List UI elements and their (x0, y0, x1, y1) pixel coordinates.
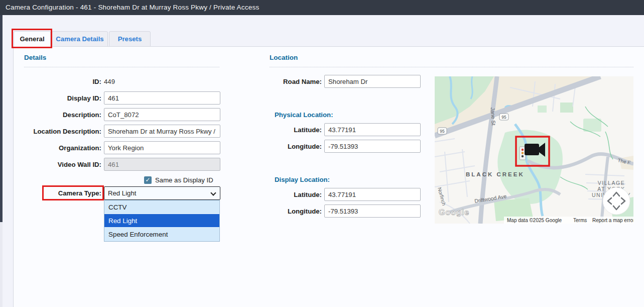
physical-longitude-label: Longitude: (266, 143, 322, 150)
same-as-display-id-checkbox[interactable]: ✓ (144, 176, 152, 184)
physical-latitude-label: Latitude: (266, 126, 322, 134)
id-label: ID: (14, 78, 101, 85)
location-description-input[interactable] (104, 125, 220, 138)
location-description-label: Location Description: (14, 128, 101, 135)
window-titlebar: Camera Configuration - 461 - Shoreham Dr… (0, 0, 644, 15)
video-wall-id-input (104, 158, 220, 171)
map-data-attribution: Map data ©2025 Google (507, 218, 562, 223)
map-green-patch-1 (560, 103, 573, 113)
svg-text:95: 95 (440, 129, 445, 134)
road-name-input[interactable] (324, 75, 421, 88)
location-map[interactable]: 95 95 Jane St Driftwood Ave Norfinch The… (435, 76, 633, 224)
id-row: ID: 449 (14, 75, 221, 88)
camera-type-selected-value: Red Light (108, 187, 136, 199)
camera-type-dropdown-list: CCTV Red Light Speed Enforcement (104, 200, 220, 242)
map-canvas: 95 95 Jane St Driftwood Ave Norfinch The… (435, 76, 633, 224)
description-input[interactable] (104, 108, 220, 121)
route-shield-1: 95 (499, 114, 508, 120)
organization-label: Organization: (14, 144, 101, 152)
google-logo: Google (439, 208, 469, 217)
route-shield-2: 95 (438, 128, 447, 134)
map-green-patch-3 (538, 106, 547, 113)
video-wall-id-label: Video Wall ID: (14, 161, 101, 168)
map-green-patch-2 (583, 119, 601, 132)
tab-presets-label: Presets (118, 35, 142, 43)
display-longitude-label: Longitude: (266, 208, 322, 215)
tab-general[interactable]: General (14, 31, 51, 47)
dropdown-option-speed-enforcement[interactable]: Speed Enforcement (104, 228, 219, 241)
map-pan-control[interactable] (603, 187, 630, 215)
svg-text:VILLAGE: VILLAGE (598, 180, 625, 186)
camera-type-select[interactable]: Red Light (104, 186, 220, 200)
display-latitude-row: Latitude: (266, 188, 432, 201)
camera-type-label: Camera Type: (14, 189, 101, 197)
physical-location-heading: Physical Location: (275, 111, 333, 119)
details-separator (24, 67, 219, 67)
tab-presets[interactable]: Presets (109, 31, 151, 47)
left-scrollbar-thumb[interactable] (0, 15, 3, 222)
display-location-heading: Display Location: (275, 176, 330, 183)
chevron-down-icon (210, 190, 216, 195)
camera-configuration-window: Camera Configuration - 461 - Shoreham Dr… (0, 0, 644, 307)
physical-latitude-row: Latitude: (266, 123, 432, 136)
organization-row: Organization: (14, 141, 221, 154)
tab-camera-details-label: Camera Details (56, 35, 103, 43)
physical-longitude-row: Longitude: (266, 140, 432, 153)
physical-longitude-input[interactable] (324, 140, 421, 153)
tab-general-label: General (20, 35, 44, 43)
svg-text:95: 95 (501, 115, 506, 120)
details-section-heading: Details (24, 54, 46, 61)
report-map-error-link[interactable]: Report a map error (592, 218, 633, 223)
display-id-label: Display ID: (14, 94, 101, 102)
road-name-label: Road Name: (266, 78, 322, 85)
display-latitude-input[interactable] (324, 188, 421, 201)
description-row: Description: (14, 108, 221, 121)
jane-st-label: Jane St (490, 107, 497, 125)
id-value: 449 (104, 78, 115, 85)
same-as-display-id-row[interactable]: ✓ Same as Display ID (144, 175, 213, 184)
physical-latitude-input[interactable] (324, 123, 421, 136)
display-id-row: Display ID: (14, 91, 221, 105)
location-description-row: Location Description: (14, 125, 221, 138)
display-latitude-label: Latitude: (266, 191, 322, 198)
display-longitude-row: Longitude: (266, 204, 432, 218)
tab-camera-details[interactable]: Camera Details (52, 31, 108, 47)
location-section-heading: Location (270, 54, 298, 61)
window-title: Camera Configuration - 461 - Shoreham Dr… (6, 4, 259, 11)
camera-type-row: Camera Type: Red Light (14, 186, 221, 199)
camera-icon (525, 144, 539, 155)
terms-link[interactable]: Terms (573, 218, 587, 223)
dropdown-option-cctv[interactable]: CCTV (104, 200, 219, 214)
black-creek-label: BLACK CREEK (466, 171, 525, 177)
road-name-row: Road Name: (266, 75, 432, 88)
video-wall-id-row: Video Wall ID: (14, 158, 221, 171)
organization-input[interactable] (104, 141, 220, 154)
display-longitude-input[interactable] (324, 204, 421, 218)
same-as-display-id-label: Same as Display ID (155, 176, 213, 184)
location-separator (270, 67, 633, 67)
display-id-input[interactable] (104, 91, 220, 105)
description-label: Description: (14, 111, 101, 119)
dropdown-option-red-light[interactable]: Red Light (104, 214, 219, 228)
